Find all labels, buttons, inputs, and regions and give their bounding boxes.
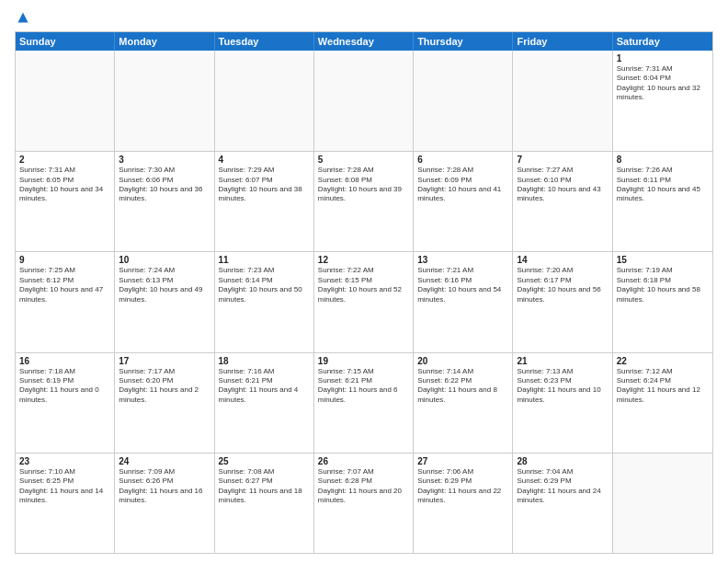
header <box>15 15 713 24</box>
calendar-cell: 28Sunrise: 7:04 AM Sunset: 6:29 PM Dayli… <box>513 454 612 553</box>
day-info: Sunrise: 7:22 AM Sunset: 6:15 PM Dayligh… <box>318 266 409 304</box>
calendar-cell: 6Sunrise: 7:28 AM Sunset: 6:09 PM Daylig… <box>414 152 513 251</box>
calendar-cell: 4Sunrise: 7:29 AM Sunset: 6:07 PM Daylig… <box>215 152 314 251</box>
calendar-cell: 24Sunrise: 7:09 AM Sunset: 6:26 PM Dayli… <box>115 454 214 553</box>
calendar-cell: 12Sunrise: 7:22 AM Sunset: 6:15 PM Dayli… <box>314 252 414 351</box>
calendar-cell: 1Sunrise: 7:31 AM Sunset: 6:04 PM Daylig… <box>613 51 712 151</box>
day-number: 27 <box>417 456 508 466</box>
day-number: 22 <box>617 356 709 366</box>
calendar-cell <box>115 51 214 151</box>
calendar-cell: 14Sunrise: 7:20 AM Sunset: 6:17 PM Dayli… <box>513 252 612 351</box>
day-number: 13 <box>417 255 508 265</box>
day-number: 26 <box>318 456 409 466</box>
day-number: 17 <box>119 356 210 366</box>
day-number: 18 <box>219 356 310 366</box>
day-info: Sunrise: 7:08 AM Sunset: 6:27 PM Dayligh… <box>219 467 310 506</box>
calendar: SundayMondayTuesdayWednesdayThursdayFrid… <box>15 31 713 554</box>
calendar-cell: 26Sunrise: 7:07 AM Sunset: 6:28 PM Dayli… <box>314 454 414 553</box>
day-of-week-thursday: Thursday <box>414 32 513 51</box>
calendar-cell: 19Sunrise: 7:15 AM Sunset: 6:21 PM Dayli… <box>314 353 414 453</box>
day-info: Sunrise: 7:23 AM Sunset: 6:14 PM Dayligh… <box>219 266 310 304</box>
day-number: 9 <box>19 255 110 265</box>
day-info: Sunrise: 7:18 AM Sunset: 6:19 PM Dayligh… <box>19 367 110 406</box>
day-of-week-friday: Friday <box>513 32 612 51</box>
calendar-cell: 8Sunrise: 7:26 AM Sunset: 6:11 PM Daylig… <box>613 152 712 251</box>
day-number: 16 <box>19 356 110 366</box>
day-info: Sunrise: 7:28 AM Sunset: 6:09 PM Dayligh… <box>417 166 508 204</box>
day-of-week-monday: Monday <box>115 32 214 51</box>
calendar-cell <box>215 51 314 151</box>
day-of-week-wednesday: Wednesday <box>314 32 414 51</box>
calendar-cell: 22Sunrise: 7:12 AM Sunset: 6:24 PM Dayli… <box>613 353 712 453</box>
calendar-row: 2Sunrise: 7:31 AM Sunset: 6:05 PM Daylig… <box>16 151 712 251</box>
calendar-row: 1Sunrise: 7:31 AM Sunset: 6:04 PM Daylig… <box>16 51 712 151</box>
calendar-cell <box>613 454 712 553</box>
day-info: Sunrise: 7:20 AM Sunset: 6:17 PM Dayligh… <box>517 266 608 304</box>
svg-marker-0 <box>17 12 28 22</box>
calendar-cell: 10Sunrise: 7:24 AM Sunset: 6:13 PM Dayli… <box>115 252 214 351</box>
calendar-row: 23Sunrise: 7:10 AM Sunset: 6:25 PM Dayli… <box>16 453 712 553</box>
calendar-row: 9Sunrise: 7:25 AM Sunset: 6:12 PM Daylig… <box>16 251 712 351</box>
day-number: 2 <box>19 155 110 165</box>
day-info: Sunrise: 7:06 AM Sunset: 6:29 PM Dayligh… <box>417 467 508 506</box>
logo-icon <box>17 11 29 24</box>
day-info: Sunrise: 7:12 AM Sunset: 6:24 PM Dayligh… <box>617 367 709 406</box>
day-number: 28 <box>517 456 608 466</box>
calendar-body: 1Sunrise: 7:31 AM Sunset: 6:04 PM Daylig… <box>16 51 712 553</box>
calendar-cell: 11Sunrise: 7:23 AM Sunset: 6:14 PM Dayli… <box>215 252 314 351</box>
calendar-cell <box>314 51 414 151</box>
calendar-cell: 15Sunrise: 7:19 AM Sunset: 6:18 PM Dayli… <box>613 252 712 351</box>
calendar-cell: 18Sunrise: 7:16 AM Sunset: 6:21 PM Dayli… <box>215 353 314 453</box>
day-info: Sunrise: 7:30 AM Sunset: 6:06 PM Dayligh… <box>119 166 210 204</box>
day-info: Sunrise: 7:25 AM Sunset: 6:12 PM Dayligh… <box>19 266 110 304</box>
calendar-cell: 21Sunrise: 7:13 AM Sunset: 6:23 PM Dayli… <box>513 353 612 453</box>
calendar-cell: 16Sunrise: 7:18 AM Sunset: 6:19 PM Dayli… <box>16 353 115 453</box>
day-number: 19 <box>318 356 409 366</box>
day-number: 4 <box>219 155 310 165</box>
day-number: 21 <box>517 356 608 366</box>
day-number: 20 <box>417 356 508 366</box>
calendar-cell: 5Sunrise: 7:28 AM Sunset: 6:08 PM Daylig… <box>314 152 414 251</box>
day-info: Sunrise: 7:31 AM Sunset: 6:04 PM Dayligh… <box>617 64 709 103</box>
day-info: Sunrise: 7:07 AM Sunset: 6:28 PM Dayligh… <box>318 467 409 506</box>
day-info: Sunrise: 7:31 AM Sunset: 6:05 PM Dayligh… <box>19 166 110 204</box>
calendar-cell <box>16 51 115 151</box>
day-number: 5 <box>318 155 409 165</box>
day-number: 23 <box>19 456 110 466</box>
day-info: Sunrise: 7:13 AM Sunset: 6:23 PM Dayligh… <box>517 367 608 406</box>
day-number: 1 <box>617 53 709 63</box>
calendar-row: 16Sunrise: 7:18 AM Sunset: 6:19 PM Dayli… <box>16 352 712 453</box>
day-info: Sunrise: 7:09 AM Sunset: 6:26 PM Dayligh… <box>119 467 210 506</box>
day-number: 8 <box>617 155 709 165</box>
day-info: Sunrise: 7:28 AM Sunset: 6:08 PM Dayligh… <box>318 166 409 204</box>
day-of-week-sunday: Sunday <box>16 32 115 51</box>
day-number: 15 <box>617 255 709 265</box>
day-number: 11 <box>219 255 310 265</box>
calendar-cell: 17Sunrise: 7:17 AM Sunset: 6:20 PM Dayli… <box>115 353 214 453</box>
calendar-cell: 27Sunrise: 7:06 AM Sunset: 6:29 PM Dayli… <box>414 454 513 553</box>
day-of-week-tuesday: Tuesday <box>215 32 314 51</box>
calendar-cell: 23Sunrise: 7:10 AM Sunset: 6:25 PM Dayli… <box>16 454 115 553</box>
day-number: 12 <box>318 255 409 265</box>
day-info: Sunrise: 7:04 AM Sunset: 6:29 PM Dayligh… <box>517 467 608 506</box>
calendar-cell: 9Sunrise: 7:25 AM Sunset: 6:12 PM Daylig… <box>16 252 115 351</box>
calendar-cell: 25Sunrise: 7:08 AM Sunset: 6:27 PM Dayli… <box>215 454 314 553</box>
logo <box>15 15 29 24</box>
day-info: Sunrise: 7:16 AM Sunset: 6:21 PM Dayligh… <box>219 367 310 406</box>
day-info: Sunrise: 7:29 AM Sunset: 6:07 PM Dayligh… <box>219 166 310 204</box>
day-info: Sunrise: 7:14 AM Sunset: 6:22 PM Dayligh… <box>417 367 508 406</box>
page: SundayMondayTuesdayWednesdayThursdayFrid… <box>0 0 728 563</box>
calendar-cell <box>414 51 513 151</box>
day-number: 25 <box>219 456 310 466</box>
day-of-week-saturday: Saturday <box>613 32 712 51</box>
calendar-cell: 3Sunrise: 7:30 AM Sunset: 6:06 PM Daylig… <box>115 152 214 251</box>
day-info: Sunrise: 7:24 AM Sunset: 6:13 PM Dayligh… <box>119 266 210 304</box>
day-number: 7 <box>517 155 608 165</box>
calendar-cell: 20Sunrise: 7:14 AM Sunset: 6:22 PM Dayli… <box>414 353 513 453</box>
day-info: Sunrise: 7:10 AM Sunset: 6:25 PM Dayligh… <box>19 467 110 506</box>
day-info: Sunrise: 7:15 AM Sunset: 6:21 PM Dayligh… <box>318 367 409 406</box>
day-info: Sunrise: 7:19 AM Sunset: 6:18 PM Dayligh… <box>617 266 709 304</box>
calendar-cell: 2Sunrise: 7:31 AM Sunset: 6:05 PM Daylig… <box>16 152 115 251</box>
calendar-cell: 7Sunrise: 7:27 AM Sunset: 6:10 PM Daylig… <box>513 152 612 251</box>
day-info: Sunrise: 7:27 AM Sunset: 6:10 PM Dayligh… <box>517 166 608 204</box>
